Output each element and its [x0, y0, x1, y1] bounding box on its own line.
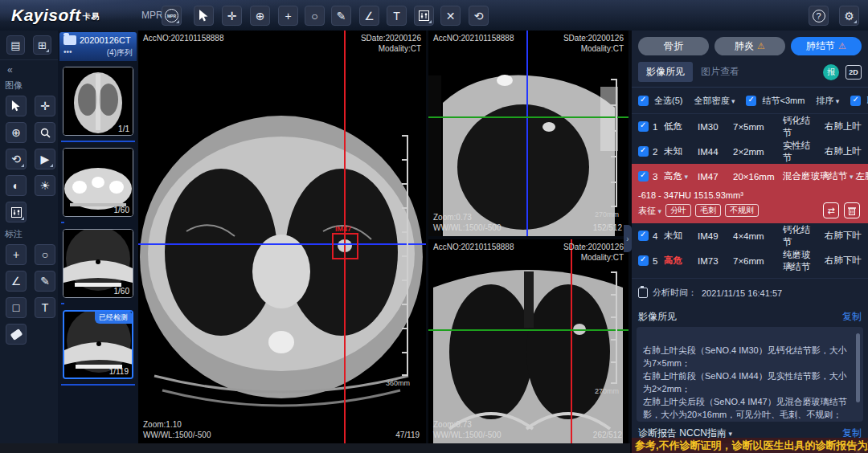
crosshair-horizontal-green[interactable] [428, 329, 628, 331]
series-thumbnail-2[interactable]: 1/60 [63, 148, 133, 217]
more-icon[interactable]: ••• [63, 47, 72, 59]
rotate-tool-button[interactable]: ⟲ [6, 149, 27, 169]
ruler-label: 270mm [595, 387, 619, 395]
nodule-row-1[interactable]: 1 低危 IM30 7×5mm 钙化结节 右肺上叶 [632, 114, 868, 139]
pan-tool-button[interactable]: ✛ [222, 6, 242, 26]
invert-tool-button[interactable]: ◐ [6, 175, 27, 196]
risk-level-dropdown[interactable]: 高危 [664, 170, 698, 182]
analysis-time-label: 分析时间： [653, 287, 697, 299]
nodule-row-3-selected[interactable]: 3 高危 IM47 20×16mm 混合磨玻璃结节 左肺上叶 -618 - 34… [632, 164, 868, 223]
row-checkbox[interactable] [638, 255, 649, 266]
layout-button[interactable]: ⊞ [33, 35, 51, 55]
mpr-layout-button[interactable]: MPR [162, 6, 182, 26]
eraser-tool-button[interactable] [6, 324, 27, 345]
image-number: IM73 [698, 256, 733, 266]
angle-tool-button[interactable]: ∠ [359, 6, 379, 26]
pencil-tool-button[interactable]: ✎ [35, 271, 55, 292]
study-date-modality: SDate:20200126 Modality:CT [361, 33, 421, 54]
copy-findings-link[interactable]: 复制 [842, 310, 862, 324]
panel-collapse-handle[interactable]: › [624, 225, 632, 252]
row-checkbox[interactable] [638, 231, 649, 241]
nodule-row-5[interactable]: 5 高危 IM73 7×6mm 纯磨玻璃结节 右肺下叶 [632, 248, 868, 273]
crosshair-horizontal-blue[interactable] [138, 243, 426, 245]
feature-tag[interactable]: 分叶 [665, 204, 691, 217]
rectangle-tool-button[interactable]: □ [6, 297, 27, 318]
round-checkbox[interactable] [850, 96, 861, 106]
tab-fracture[interactable]: 骨折 [638, 37, 709, 55]
brightness-tool-button[interactable]: ☀ [35, 175, 55, 196]
nodule-type-dropdown[interactable]: 混合磨玻璃结节 [783, 170, 854, 182]
axial-viewport[interactable]: IM47 360mm AccNO:202101158888 SDate:2020… [138, 31, 426, 443]
slice-index: 262/512 [593, 430, 622, 440]
help-button[interactable]: ? [809, 6, 829, 26]
sagittal-viewport[interactable]: 270mm AccNO:202101158888 SDate:20200126 … [428, 31, 628, 236]
coronal-ct-image [428, 239, 628, 443]
coronal-viewport[interactable]: 270mm AccNO:202101158888 SDate:20200126 … [428, 239, 628, 443]
crosshair-tool-button[interactable]: + [278, 6, 298, 26]
feature-tag[interactable]: 不规则 [725, 204, 759, 217]
nodule-location-dropdown[interactable]: 左肺上叶 [854, 170, 868, 182]
tab-lung-nodule[interactable]: 肺结节 [791, 37, 862, 55]
row-checkbox[interactable] [638, 171, 649, 182]
feature-dropdown[interactable]: 表征 [638, 205, 661, 217]
text-tool-button[interactable]: T [387, 6, 407, 26]
ellipse-tool-button[interactable]: ○ [35, 244, 55, 265]
series-thumbnail-1[interactable]: 1/1 [63, 67, 133, 136]
pan-tool-button[interactable]: ✛ [35, 96, 55, 116]
guideline-dropdown[interactable]: NCCN指南 [679, 427, 732, 439]
row-checkbox[interactable] [638, 121, 649, 132]
series-list-button[interactable]: ▤ [6, 35, 25, 55]
series-thumbnail-3[interactable]: 1/60 [63, 229, 133, 298]
magnify-tool-button[interactable] [35, 122, 55, 143]
nodule-row-4[interactable]: 4 未知 IM49 4×4mm 钙化结节 右肺下叶 [632, 223, 868, 248]
sort-dropdown[interactable]: 排序 [816, 95, 839, 107]
reset-button[interactable]: ⟲ [469, 6, 489, 26]
pan-icon: ✛ [40, 100, 50, 112]
collapse-rail-button[interactable]: « [0, 60, 58, 76]
2d-view-button[interactable]: 2D [845, 65, 862, 80]
window-setting: WW/WL:1500/-500 [143, 430, 211, 440]
findings-scrollbar[interactable] [856, 333, 860, 402]
nodule-location: 右肺上叶 [817, 120, 862, 133]
feature-tag[interactable]: 毛刺 [695, 204, 721, 217]
crosshair-vertical-red[interactable] [571, 239, 572, 443]
window-level-button[interactable] [6, 202, 27, 222]
image-number: IM47 [698, 172, 733, 182]
findings-text-box[interactable]: 右肺上叶尖段（SeNO.4 IM30）见钙化结节影，大小为7×5mm； 右肺上叶… [637, 327, 863, 422]
pointer-tool-button[interactable] [6, 96, 27, 116]
text-annotation-button[interactable]: T [35, 297, 55, 318]
thumb-index: 1/119 [109, 367, 129, 376]
measure-tool-button[interactable]: ✎ [331, 6, 351, 26]
zoom-in-tool-button[interactable]: ⊕ [6, 122, 27, 143]
pointer-tool-button[interactable] [194, 6, 214, 26]
follow-up-button[interactable]: ⇄ [823, 202, 839, 218]
nodule-type: 钙化结节 [783, 224, 817, 248]
select-all-checkbox[interactable] [638, 96, 649, 106]
angle-tool-button[interactable]: ∠ [6, 271, 27, 292]
sliders-icon [11, 207, 22, 218]
ellipse-tool-button[interactable]: ○ [305, 6, 325, 26]
window-level-button[interactable] [414, 6, 434, 26]
row-checkbox[interactable] [638, 146, 649, 157]
crosshair-tool-button[interactable]: + [6, 244, 27, 265]
settings-button[interactable]: ⚙ [839, 6, 859, 26]
small-nodule-checkbox[interactable] [746, 96, 756, 106]
tab-pneumonia[interactable]: 肺炎 [714, 37, 785, 55]
flip-tool-button[interactable]: ▶ [35, 149, 55, 169]
zoom-tool-button[interactable]: ⊕ [250, 6, 270, 26]
tab-image-view[interactable]: 图片查看 [693, 62, 747, 82]
tab-image-findings[interactable]: 影像所见 [638, 62, 693, 82]
study-header[interactable]: 20200126CT [59, 32, 137, 47]
report-icon[interactable]: 报 [823, 64, 839, 80]
nodule-box[interactable]: IM47 [332, 233, 358, 259]
delete-annotation-button[interactable]: ✕ [440, 6, 461, 26]
nodule-row-2[interactable]: 2 未知 IM44 2×2mm 实性结节 右肺上叶 [632, 139, 868, 164]
crosshair-vertical-blue[interactable] [526, 31, 528, 236]
density-dropdown[interactable]: 全部密度 [694, 95, 735, 107]
delete-nodule-button[interactable] [844, 202, 860, 218]
zoom-level: Zoom:0.73 [433, 419, 501, 430]
crosshair-horizontal-green[interactable] [428, 116, 628, 118]
hu-volume-value: -618 - 347HU 1515.93mm³ [638, 190, 862, 200]
study-date: SDate:20200126 [361, 33, 421, 43]
series-thumbnail-4-selected[interactable]: 已经检测 1/119 [63, 310, 133, 379]
